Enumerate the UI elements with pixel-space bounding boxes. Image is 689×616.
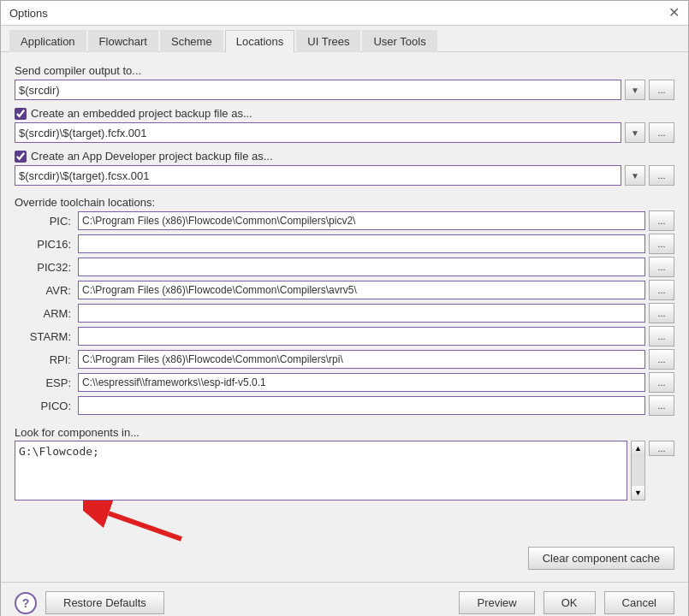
starm-browse[interactable]: ... <box>649 326 674 346</box>
rpi-input[interactable] <box>78 350 645 369</box>
tab-bar: Application Flowchart Scheme Locations U… <box>1 26 688 52</box>
tab-ui-trees[interactable]: UI Trees <box>296 30 360 52</box>
components-browse[interactable]: ... <box>649 441 674 456</box>
tab-flowchart[interactable]: Flowchart <box>88 30 158 52</box>
rpi-browse[interactable]: ... <box>649 349 674 370</box>
app-backup-checkbox[interactable] <box>15 151 27 163</box>
tab-application[interactable]: Application <box>9 30 86 52</box>
pic-browse[interactable]: ... <box>649 210 674 231</box>
app-backup-dropdown[interactable]: ▼ <box>625 165 645 186</box>
avr-input[interactable] <box>78 281 645 299</box>
embedded-backup-dropdown[interactable]: ▼ <box>625 122 645 143</box>
pic32-label: PIC32: <box>15 261 74 274</box>
esp-browse[interactable]: ... <box>649 372 674 393</box>
embedded-backup-checkbox-label[interactable]: Create an embedded project backup file a… <box>15 107 674 120</box>
title-bar: Options ✕ <box>1 1 688 26</box>
starm-label: STARM: <box>15 330 74 343</box>
toolchain-label: Override toolchain locations: <box>15 196 674 209</box>
components-section: Look for components in... G:\Flowcode; ▲… <box>15 423 674 570</box>
restore-defaults-button[interactable]: Restore Defaults <box>45 591 164 614</box>
pic16-browse[interactable]: ... <box>649 234 674 254</box>
clear-cache-button[interactable]: Clear component cache <box>528 547 674 570</box>
embedded-backup-input[interactable] <box>15 122 621 143</box>
footer: ? Restore Defaults Preview OK Cancel <box>1 582 688 616</box>
app-backup-checkbox-label[interactable]: Create an App Developer project backup f… <box>15 150 674 163</box>
arm-input[interactable] <box>78 304 645 323</box>
tab-scheme[interactable]: Scheme <box>160 30 223 52</box>
pico-input[interactable] <box>78 396 645 415</box>
embedded-backup-row: ▼ ... <box>15 122 674 143</box>
embedded-backup-browse[interactable]: ... <box>649 122 674 143</box>
embedded-backup-checkbox[interactable] <box>15 108 27 120</box>
pico-browse[interactable]: ... <box>649 395 674 416</box>
arm-label: ARM: <box>15 307 74 320</box>
app-backup-browse[interactable]: ... <box>649 165 674 186</box>
textarea-scrollbar: ▲ ▼ <box>631 441 645 500</box>
app-backup-section: Create an App Developer project backup f… <box>15 150 674 186</box>
scroll-down-btn[interactable]: ▼ <box>632 486 644 500</box>
rpi-label: RPI: <box>15 353 74 366</box>
pico-label: PICO: <box>15 400 74 412</box>
pic32-browse[interactable]: ... <box>649 257 674 277</box>
esp-input[interactable] <box>78 373 645 392</box>
toolchain-section: Override toolchain locations: PIC: ... P… <box>15 192 674 416</box>
components-textarea[interactable]: G:\Flowcode; <box>15 441 627 500</box>
pic16-input[interactable] <box>78 234 645 253</box>
compiler-output-dropdown[interactable]: ▼ <box>625 80 645 100</box>
compiler-output-row: ▼ ... <box>15 80 674 100</box>
compiler-output-label: Send compiler output to... <box>15 64 674 77</box>
options-dialog: Options ✕ Application Flowchart Scheme L… <box>0 0 689 616</box>
toolchain-grid: PIC: ... PIC16: ... PIC32: ... AVR: ... … <box>15 210 674 416</box>
pic-input[interactable] <box>78 211 645 230</box>
arrow-indicator <box>15 500 674 543</box>
compiler-output-browse[interactable]: ... <box>649 80 674 100</box>
app-backup-row: ▼ ... <box>15 165 674 186</box>
esp-label: ESP: <box>15 376 74 389</box>
components-label: Look for components in... <box>15 426 674 439</box>
svg-line-1 <box>109 513 181 539</box>
avr-label: AVR: <box>15 284 74 297</box>
compiler-output-section: Send compiler output to... ▼ ... <box>15 64 674 100</box>
pic16-label: PIC16: <box>15 238 74 251</box>
app-backup-label: Create an App Developer project backup f… <box>31 150 273 163</box>
clear-cache-row: Clear component cache <box>15 547 674 570</box>
preview-button[interactable]: Preview <box>459 591 534 614</box>
starm-input[interactable] <box>78 327 645 346</box>
close-button[interactable]: ✕ <box>668 6 680 20</box>
red-arrow-svg <box>83 500 186 543</box>
app-backup-input[interactable] <box>15 165 621 186</box>
content-area: Send compiler output to... ▼ ... Create … <box>1 52 688 582</box>
cancel-button[interactable]: Cancel <box>604 591 674 614</box>
avr-browse[interactable]: ... <box>649 280 674 300</box>
scrollbar-track <box>632 455 644 486</box>
help-button[interactable]: ? <box>15 592 37 614</box>
compiler-output-input[interactable] <box>15 80 621 100</box>
components-row: G:\Flowcode; ▲ ▼ ... <box>15 441 674 500</box>
embedded-backup-section: Create an embedded project backup file a… <box>15 107 674 143</box>
ok-button[interactable]: OK <box>543 591 596 614</box>
dialog-title: Options <box>9 7 48 20</box>
tab-locations[interactable]: Locations <box>225 30 295 52</box>
tab-user-tools[interactable]: User Tools <box>362 30 437 52</box>
embedded-backup-label: Create an embedded project backup file a… <box>31 107 252 120</box>
pic32-input[interactable] <box>78 258 645 276</box>
arm-browse[interactable]: ... <box>649 303 674 323</box>
scroll-up-btn[interactable]: ▲ <box>632 441 644 455</box>
pic-label: PIC: <box>15 215 74 228</box>
